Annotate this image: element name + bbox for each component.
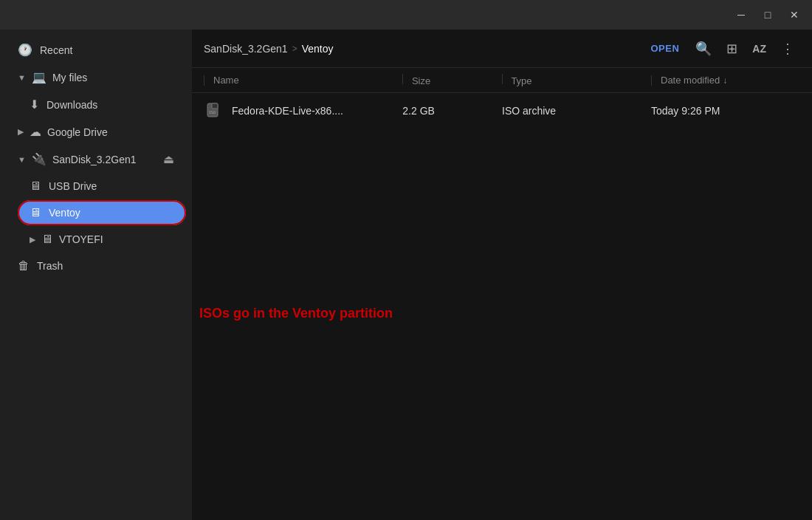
more-icon: ⋮: [781, 41, 794, 57]
open-button[interactable]: OPEN: [643, 38, 687, 58]
col-sep-3: [502, 74, 503, 84]
sidebar-myfiles-children: ⬇ Downloads: [12, 92, 192, 117]
sidebar-item-label-downloads: Downloads: [47, 99, 97, 111]
col-sep-1: [204, 75, 204, 86]
ventoy-wrapper: 🖥 Ventoy: [12, 200, 192, 225]
sidebar-item-ventoy[interactable]: 🖥 Ventoy: [18, 200, 186, 225]
iso-file-icon: ISO: [204, 100, 224, 121]
sort-icon: AZ: [752, 43, 766, 55]
minimize-button[interactable]: ─: [729, 4, 753, 25]
svg-text:ISO: ISO: [209, 110, 216, 114]
sidebar-item-label-sandisk: SanDisk_3.2Gen1: [52, 154, 137, 165]
vtoyefi-icon: 🖥: [41, 233, 53, 246]
sidebar-item-label-vtoyefi: VTOYEFI: [59, 233, 103, 245]
titlebar: ─ □ ✕: [0, 0, 812, 30]
more-options-button[interactable]: ⋮: [775, 36, 800, 61]
col-size-header: Size: [402, 74, 502, 86]
chevron-down-icon-2: ▼: [18, 155, 26, 164]
breadcrumb-current: Ventoy: [302, 43, 334, 55]
sidebar-item-label-googledrive: Google Drive: [47, 126, 108, 138]
trash-icon: 🗑: [18, 259, 30, 273]
toolbar: SanDisk_3.2Gen1 > Ventoy OPEN 🔍 ⊞ AZ ⋮: [192, 30, 812, 68]
col-sep-2: [402, 74, 403, 84]
col-date-header: Date modified ↓: [651, 75, 800, 86]
maximize-button[interactable]: □: [756, 4, 780, 25]
sidebar-item-label-usbdrive: USB Drive: [49, 180, 97, 192]
toolbar-actions: OPEN 🔍 ⊞ AZ ⋮: [643, 36, 800, 61]
table-header: Name Size Type Date modified ↓: [192, 68, 812, 93]
drive-icon: 🖥: [30, 179, 41, 193]
sidebar-item-label-myfiles: My files: [52, 72, 87, 83]
computer-icon: 💻: [32, 70, 47, 84]
sidebar-item-myfiles[interactable]: ▼ 💻 My files: [6, 64, 186, 90]
svg-rect-1: [212, 103, 218, 109]
col-type-header: Type: [502, 74, 651, 86]
search-button[interactable]: 🔍: [689, 36, 718, 61]
col-sep-4: [651, 75, 652, 86]
download-icon: ⬇: [30, 98, 39, 112]
breadcrumb-separator: >: [292, 44, 297, 54]
sidebar-item-vtoyefi[interactable]: ▶ 🖥 VTOYEFI: [18, 227, 186, 252]
col-name-header: Name: [204, 75, 402, 86]
sort-az-button[interactable]: AZ: [746, 38, 772, 59]
col-size-label: Size: [412, 75, 430, 86]
sidebar-item-label-trash: Trash: [37, 260, 63, 272]
breadcrumb: SanDisk_3.2Gen1 > Ventoy: [204, 43, 637, 55]
sidebar-item-sandisk[interactable]: ▼ 🔌 SanDisk_3.2Gen1 ⏏: [6, 146, 186, 172]
file-name: Fedora-KDE-Live-x86....: [232, 105, 343, 117]
search-icon: 🔍: [695, 41, 712, 57]
col-name-label: Name: [213, 75, 239, 86]
sidebar-item-label-recent: Recent: [40, 44, 72, 56]
main-content: SanDisk_3.2Gen1 > Ventoy OPEN 🔍 ⊞ AZ ⋮: [192, 30, 812, 520]
app-container: 🕐 Recent ▼ 💻 My files ⬇ Downloads ▶ ☁ Go…: [0, 30, 812, 520]
sidebar-item-googledrive[interactable]: ▶ ☁ Google Drive: [6, 119, 186, 145]
close-button[interactable]: ✕: [782, 4, 806, 25]
sidebar-item-usbdrive[interactable]: 🖥 USB Drive: [18, 174, 186, 199]
usb-icon: 🔌: [32, 152, 47, 166]
table-row[interactable]: ISO Fedora-KDE-Live-x86.... 2.2 GB ISO a…: [192, 93, 812, 129]
ventoy-drive-icon: 🖥: [30, 206, 41, 219]
clock-icon: 🕐: [18, 43, 32, 57]
file-type: ISO archive: [502, 105, 651, 117]
file-size: 2.2 GB: [402, 105, 502, 117]
file-date: Today 9:26 PM: [651, 105, 800, 117]
col-date-label: Date modified: [661, 75, 720, 86]
eject-button[interactable]: ⏏: [163, 152, 174, 166]
sidebar: 🕐 Recent ▼ 💻 My files ⬇ Downloads ▶ ☁ Go…: [0, 30, 192, 520]
grid-view-button[interactable]: ⊞: [720, 36, 743, 61]
grid-icon: ⊞: [726, 41, 737, 57]
sidebar-sandisk-children: 🖥 USB Drive 🖥 Ventoy ▶ 🖥 VTOYEFI: [12, 174, 192, 252]
file-name-cell: ISO Fedora-KDE-Live-x86....: [204, 100, 402, 121]
cloud-icon: ☁: [30, 125, 41, 139]
file-table: Name Size Type Date modified ↓: [192, 68, 812, 520]
chevron-down-icon: ▼: [18, 73, 26, 82]
sidebar-item-recent[interactable]: 🕐 Recent: [6, 37, 186, 63]
sidebar-item-label-ventoy: Ventoy: [49, 207, 80, 219]
breadcrumb-parent[interactable]: SanDisk_3.2Gen1: [204, 43, 288, 55]
file-rows-container: ISO Fedora-KDE-Live-x86.... 2.2 GB ISO a…: [192, 93, 812, 129]
chevron-right-icon-vtoy: ▶: [30, 235, 35, 244]
sort-asc-icon: ↓: [723, 75, 727, 86]
sidebar-item-trash[interactable]: 🗑 Trash: [6, 253, 186, 278]
col-type-label: Type: [511, 75, 531, 86]
sidebar-item-downloads[interactable]: ⬇ Downloads: [18, 92, 186, 117]
chevron-right-icon: ▶: [18, 127, 24, 137]
